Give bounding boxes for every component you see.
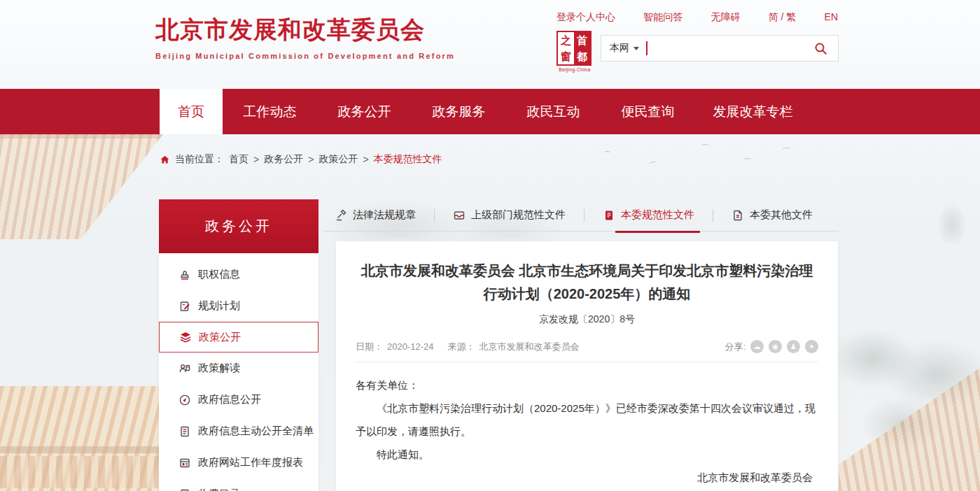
article-salutation: 各有关单位： (356, 373, 818, 397)
article-panel: 北京市发展和改革委员会 北京市生态环境局关于印发北京市塑料污染治理行动计划（20… (336, 241, 838, 491)
tab-laws-regulations[interactable]: 法律法规规章 (335, 208, 416, 222)
qq-share-icon[interactable]: ♟ (787, 340, 800, 353)
tab-commission-other-docs[interactable]: 本委其他文件 (732, 208, 813, 222)
tab-label: 本委其他文件 (750, 208, 813, 222)
nav-item-public-interaction[interactable]: 政民互动 (506, 89, 601, 134)
sidebar-item-label: 政策公开 (199, 331, 241, 344)
main-navigation: 首页 工作动态 政务公开 政务服务 政民互动 便民查询 发展改革专栏 (0, 89, 980, 134)
tab-divider (713, 209, 713, 222)
seal-char: 之 (558, 32, 574, 48)
sidebar-item-planning[interactable]: 规划计划 (159, 290, 318, 322)
login-personal-center-link[interactable]: 登录个人中心 (556, 11, 615, 24)
page: 北京市发展和改革委员会 Beijing Municipal Commission… (0, 0, 980, 491)
sidebar-item-label: 职权信息 (198, 268, 240, 281)
sidebar: 政务公开 职权信息 规划计划 (159, 199, 318, 491)
accessibility-link[interactable]: 无障碍 (710, 11, 740, 24)
nav-item-convenience-inquiry[interactable]: 便民查询 (601, 89, 695, 134)
sidebar-item-label: 规划计划 (198, 299, 240, 313)
bird-icon (783, 147, 791, 152)
nav-item-reform-special[interactable]: 发展改革专栏 (695, 89, 811, 134)
tab-label: 法律法规规章 (353, 208, 416, 222)
english-link[interactable]: EN (825, 11, 838, 24)
tab-superior-normative-docs[interactable]: 上级部门规范性文件 (453, 208, 566, 222)
sidebar-item-label: 收费目录 (198, 488, 240, 491)
article-paragraph: 《北京市塑料污染治理行动计划（2020-2025年）》已经市委深改委第十四次会议… (356, 397, 818, 443)
breadcrumb-separator: > (253, 154, 259, 165)
nav-item-work-news[interactable]: 工作动态 (223, 89, 317, 134)
smart-qa-link[interactable]: 智能问答 (643, 11, 682, 24)
search-icon (814, 42, 827, 55)
tab-commission-normative-docs[interactable]: 本委规范性文件 (603, 208, 694, 222)
sidebar-item-website-annual-report[interactable]: 政府网站工作年度报表 (159, 447, 318, 478)
breadcrumb-home[interactable]: 首页 (229, 153, 248, 166)
sidebar-item-policy-interpretation[interactable]: 政策解读 (159, 353, 318, 384)
simplified-traditional-toggle[interactable]: 简 / 繁 (769, 11, 797, 24)
seal-char: 都 (574, 48, 590, 64)
more-share-icon[interactable]: ✦ (805, 340, 818, 353)
list-doc-icon (178, 425, 191, 438)
site-title: 北京市发展和改革委员会 (155, 14, 455, 46)
red-doc-icon (603, 209, 615, 222)
capital-window-seal-icon: 之 首 窗 都 (556, 31, 592, 66)
tab-label: 上级部门规范性文件 (471, 208, 566, 222)
search-scope-dropdown[interactable]: 本网 (610, 42, 639, 55)
other-doc-icon (732, 209, 744, 222)
sidebar-item-policy-disclosure[interactable]: 政策公开 (159, 322, 318, 353)
catalog-icon (178, 488, 191, 491)
sidebar-item-authority-info[interactable]: 职权信息 (159, 259, 318, 290)
seal-caption: Beijing-China (556, 67, 593, 72)
sidebar-item-gov-info-disclosure[interactable]: 政府信息公开 (159, 384, 318, 415)
report-table-icon (178, 457, 191, 469)
nav-item-home[interactable]: 首页 (160, 89, 223, 134)
breadcrumb-current: 本委规范性文件 (374, 153, 442, 166)
compass-icon (178, 394, 191, 406)
breadcrumb-policy-disclosure[interactable]: 政策公开 (318, 153, 358, 166)
breadcrumb-gov-disclosure[interactable]: 政务公开 (264, 153, 303, 166)
source-label: 来源： (448, 341, 475, 352)
sidebar-menu: 职权信息 规划计划 政策公开 (159, 253, 318, 491)
background-roof-tiles-bottom-left (0, 386, 172, 491)
breadcrumb: 当前位置： 首页 > 政务公开 > 政策公开 > 本委规范性文件 (160, 153, 442, 166)
nav-item-gov-disclosure[interactable]: 政务公开 (317, 89, 412, 134)
date-label: 日期： (356, 341, 383, 352)
sidebar-item-label: 政府信息主动公开全清单 (198, 425, 314, 438)
weibo-share-icon[interactable]: ◉ (769, 340, 782, 353)
background-roof-tiles-top-left (0, 134, 163, 239)
nav-item-gov-services[interactable]: 政务服务 (412, 89, 506, 134)
tab-divider (584, 209, 584, 222)
bird-icon (603, 151, 611, 155)
tab-divider (434, 209, 435, 222)
person-doc-icon (178, 362, 191, 375)
seal-char: 首 (574, 32, 590, 48)
article-signature: 北京市发展和改革委员会 (356, 466, 818, 489)
site-logo[interactable]: 北京市发展和改革委员会 Beijing Municipal Commission… (155, 14, 455, 60)
gavel-icon (335, 209, 347, 222)
background-pagoda-silhouette (931, 180, 973, 243)
chevron-down-icon (634, 47, 639, 50)
bird-icon (743, 158, 751, 162)
article-source: 北京市发展和改革委员会 (479, 341, 580, 352)
breadcrumb-prefix: 当前位置： (175, 153, 224, 166)
seal-char: 窗 (558, 48, 574, 64)
bird-icon (650, 161, 658, 166)
wechat-share-icon[interactable]: ☁ (750, 340, 764, 353)
sidebar-item-label: 政策解读 (198, 362, 240, 375)
breadcrumb-separator: > (308, 154, 314, 165)
search-input[interactable] (648, 38, 812, 59)
breadcrumb-separator: > (363, 154, 368, 165)
sidebar-item-fee-catalog[interactable]: 收费目录 (159, 478, 318, 491)
search-button[interactable] (811, 39, 830, 57)
sidebar-item-proactive-disclosure-list[interactable]: 政府信息主动公开全清单 (159, 415, 318, 447)
plan-doc-icon (178, 300, 191, 313)
search-scope-label: 本网 (610, 42, 629, 55)
sidebar-title: 政务公开 (159, 199, 318, 253)
article-title: 北京市发展和改革委员会 北京市生态环境局关于印发北京市塑料污染治理行动计划（20… (357, 259, 817, 306)
article-date: 2020-12-24 (387, 341, 434, 352)
layers-icon (179, 331, 192, 343)
beijing-china-seal-logo[interactable]: 之 首 窗 都 Beijing-China (556, 31, 593, 72)
article-paragraph: 特此通知。 (356, 443, 818, 466)
article-body: 各有关单位： 《北京市塑料污染治理行动计划（2020-2025年）》已经市委深改… (336, 362, 838, 489)
tab-label: 本委规范性文件 (621, 208, 694, 222)
article-meta: 日期：2020-12-24来源：北京市发展和改革委员会 分享: ☁ ◉ ♟ ✦ (356, 340, 818, 362)
sidebar-item-label: 政府网站工作年度报表 (198, 456, 303, 469)
